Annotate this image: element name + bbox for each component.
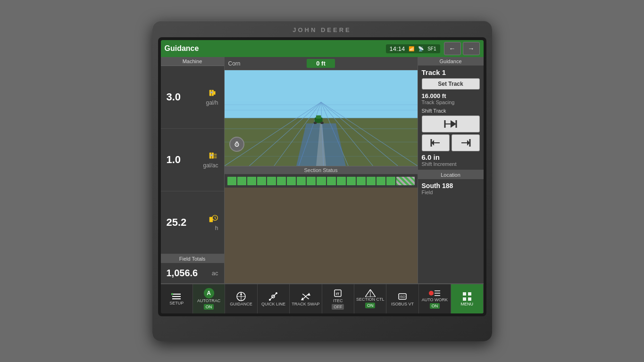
guidance-offset-bar: Corn 0 ft — [225, 57, 418, 70]
fuel-ac-icons: gal/ac — [203, 151, 218, 169]
svg-rect-74 — [468, 292, 471, 296]
svg-rect-53 — [171, 293, 173, 295]
itec-badge: OFF — [332, 304, 344, 310]
location-section-header: Location — [418, 171, 484, 179]
toolbar-trackswap-label: TRACK SWAP — [292, 302, 319, 307]
isobus-icon: ISO — [397, 291, 408, 302]
field-totals-value: 1,056.6 — [167, 268, 198, 279]
toolbar-item-autowork[interactable]: AUTO WORK ON — [419, 284, 451, 313]
field-totals-row: 1,056.6 ac — [161, 263, 224, 283]
shift-increment-label: Shift Increment — [422, 161, 480, 167]
toolbar-item-isobus[interactable]: ISO ISOBUS VT — [386, 284, 418, 313]
shift-track-label: Shift Track — [422, 108, 480, 114]
svg-rect-3 — [210, 91, 213, 93]
toolbar-item-trackswap[interactable]: TRACK SWAP — [290, 284, 322, 313]
shift-left-button[interactable] — [422, 134, 450, 151]
metric-row-hours: 25.2 h — [161, 191, 224, 254]
main-content: Machine 3.0 ÷ gal/h — [161, 57, 484, 283]
hours-value: 25.2 — [167, 216, 187, 229]
svg-rect-37 — [320, 122, 323, 124]
signal-icon: 📡 — [418, 46, 424, 51]
shift-to-track-icon — [444, 119, 457, 129]
toolbar-autowork-label: AUTO WORK — [422, 297, 448, 303]
toolbar-guidance-label: GUIDANCE — [230, 302, 252, 307]
menu-grid-icon — [462, 291, 472, 302]
center-panel: Corn 0 ft — [225, 57, 418, 283]
itec-icon: IT — [333, 288, 343, 298]
svg-text:ISO: ISO — [400, 295, 406, 298]
hours-unit: h — [215, 225, 218, 231]
autowork-badge: ON — [430, 303, 440, 309]
shift-btn-row-2 — [422, 134, 480, 151]
camera-icon — [233, 140, 241, 148]
toolbar-isobus-label: ISOBUS VT — [391, 302, 414, 307]
svg-marker-41 — [451, 120, 456, 128]
svg-point-39 — [236, 144, 237, 145]
svg-line-14 — [215, 218, 216, 219]
guidance-toolbar-icon — [236, 291, 246, 302]
shift-right-button[interactable] — [452, 134, 480, 151]
progress-seg-6 — [277, 177, 286, 185]
shift-increment-value: 6.0 in — [422, 153, 480, 161]
fuel-pump-ac-icon — [208, 151, 218, 161]
toolbar-item-itec[interactable]: IT ITEC OFF — [322, 284, 354, 313]
trackswap-icon — [301, 291, 311, 302]
field-totals-header: Field Totals — [161, 255, 224, 263]
progress-seg-1 — [227, 177, 236, 185]
progress-seg-2 — [237, 177, 246, 185]
svg-rect-15 — [225, 70, 418, 118]
screen-bezel: Guidance 14:14 📶 📡 SF1 ← → — [158, 37, 486, 316]
metric-row-fuel-rate: 3.0 ÷ gal/h — [161, 66, 224, 129]
toolbar-item-autotrac[interactable]: A AUTOTRAC ON — [193, 284, 225, 313]
quickline-icon — [268, 291, 278, 302]
view-mode-label: Corn — [228, 60, 241, 67]
map-view — [225, 70, 418, 166]
autowork-dot-icon — [429, 291, 434, 296]
bluetooth-icon: 📶 — [409, 46, 414, 51]
brand-label: John Deere — [158, 26, 486, 33]
metric-row-fuel-ac: 1.0 gal/ac — [161, 129, 224, 191]
svg-point-59 — [269, 299, 271, 301]
fuel-rate-icons: ÷ gal/h — [206, 88, 218, 106]
fuel-ac-unit: gal/ac — [203, 162, 218, 169]
shift-left-icon — [430, 138, 441, 148]
setup-icon — [171, 292, 182, 301]
progress-seg-5 — [267, 177, 276, 185]
status-bar: 14:14 📶 📡 SF1 — [386, 44, 440, 53]
nav-buttons: ← → — [444, 42, 480, 55]
fuel-ac-value: 1.0 — [167, 154, 181, 166]
progress-seg-12 — [337, 177, 346, 185]
set-track-button[interactable]: Set Track — [422, 78, 480, 90]
machine-section-header: Machine — [161, 57, 224, 66]
toolbar-item-sectionctl[interactable]: SECTION CTL ON — [354, 284, 386, 313]
track-title: Track 1 — [422, 68, 480, 76]
location-type-label: Field — [422, 189, 480, 195]
svg-point-60 — [276, 292, 277, 294]
shift-buttons-group — [422, 115, 480, 151]
fuel-rate-value: 3.0 — [167, 91, 181, 103]
progress-seg-17 — [386, 177, 395, 185]
progress-seg-15 — [367, 177, 376, 185]
progress-seg-14 — [357, 177, 366, 185]
toolbar-item-menu[interactable]: MENU — [451, 284, 483, 313]
shift-to-track-button[interactable] — [422, 115, 480, 132]
toolbar-item-setup[interactable]: SETUP — [161, 284, 193, 313]
toolbar-autotrac-label: AUTOTRAC — [197, 298, 220, 304]
section-status-label: Section Status — [225, 166, 418, 174]
location-value: South 188 — [422, 182, 480, 189]
device-frame: John Deere Guidance 14:14 📶 📡 SF1 ← → — [152, 21, 492, 341]
nav-back-button[interactable]: ← — [444, 42, 461, 55]
camera-button[interactable] — [229, 137, 244, 152]
toolbar-menu-label: MENU — [461, 302, 474, 307]
toolbar-item-quickline[interactable]: QUICK LINE — [258, 284, 290, 313]
fuel-pump-icon: ÷ — [208, 88, 218, 99]
nav-forward-button[interactable]: → — [463, 42, 480, 55]
progress-seg-13 — [347, 177, 356, 185]
progress-seg-9 — [307, 177, 316, 185]
bottom-toolbar: SETUP A AUTOTRAC ON GUIDANCE — [161, 283, 484, 313]
field-totals-unit: ac — [212, 270, 218, 277]
forward-arrow-icon: → — [468, 45, 475, 52]
screen-title: Guidance — [165, 44, 386, 53]
screen: Guidance 14:14 📶 📡 SF1 ← → — [161, 40, 484, 313]
toolbar-item-guidance[interactable]: GUIDANCE — [225, 284, 257, 313]
